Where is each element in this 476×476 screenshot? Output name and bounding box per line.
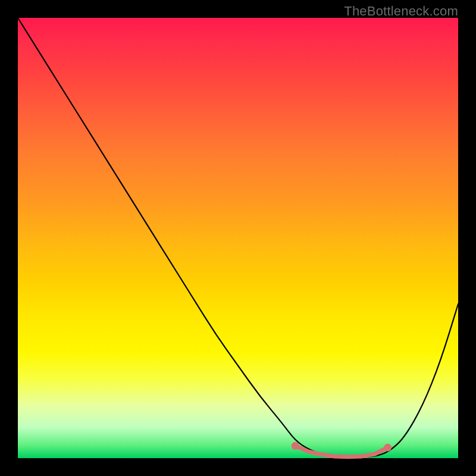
watermark-text: TheBottleneck.com — [344, 4, 458, 19]
bottleneck-curve — [18, 18, 458, 458]
optimal-range-markers — [292, 442, 392, 457]
optimal-range-endpoint — [384, 444, 392, 452]
optimal-range-endpoint — [292, 442, 299, 450]
optimal-range-line — [295, 446, 387, 457]
chart-container: { "watermark": "TheBottleneck.com", "col… — [0, 0, 476, 476]
chart-svg — [18, 18, 458, 458]
